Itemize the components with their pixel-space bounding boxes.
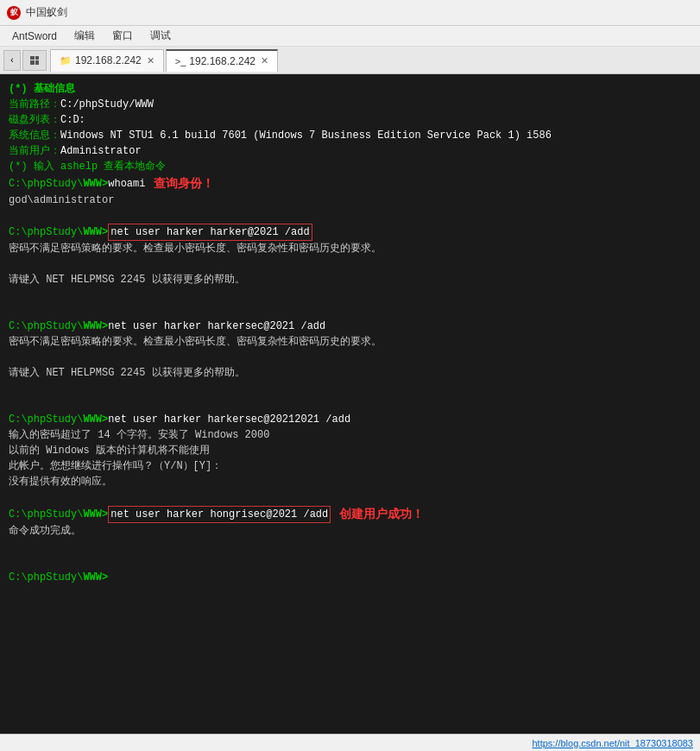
terminal-line [9,208,691,224]
terminal-line: 没有提供有效的响应。 [9,474,691,489]
terminal-line [9,539,691,554]
terminal-line [9,287,691,303]
terminal-line: C:\phpStudy\WWW> net user harker harkers… [9,412,691,427]
terminal-output[interactable]: (*) 基础信息当前路径：C:/phpStudy/WWW磁盘列表：C:D:系统信… [0,74,700,734]
title-bar: 蚁 中国蚁剑 [0,0,700,26]
tab-file-manager[interactable]: 📁 192.168.2.242 ✕ [50,49,164,72]
terminal-line: 系统信息：Windows NT STU1 6.1 build 7601 (Win… [9,128,691,143]
terminal-line [9,256,691,272]
terminal-line: C:\phpStudy\WWW> [9,570,691,585]
terminal-line: 当前用户：Administrator [9,143,691,159]
terminal-line: C:\phpStudy\WWW> whoami查询身份！ [9,174,691,192]
terminal-line: 密码不满足密码策略的要求。检查最小密码长度、密码复杂性和密码历史的要求。 [9,334,691,350]
terminal-line [9,350,691,365]
tab-terminal-close[interactable]: ✕ [261,55,268,66]
terminal-line [9,381,691,396]
tab-bar: ‹ 📁 192.168.2.242 ✕ >_ 192.168.2.242 ✕ [0,47,700,74]
terminal-line: C:\phpStudy\WWW> net user harker harkers… [9,319,691,334]
terminal-line [9,554,691,570]
terminal-line: 此帐户。您想继续进行操作吗？（Y/N）[Y]： [9,458,691,474]
tab-terminal[interactable]: >_ 192.168.2.242 ✕ [166,49,278,72]
terminal-icon: >_ [175,56,186,66]
tab-grid-button[interactable] [22,50,47,71]
terminal-line: 输入的密码超过了 14 个字符。安装了 Windows 2000 [9,427,691,443]
terminal-line: C:\phpStudy\WWW> net user harker harker@… [9,224,691,241]
terminal-line: 请键入 NET HELPMSG 2245 以获得更多的帮助。 [9,272,691,287]
terminal-line: 请键入 NET HELPMSG 2245 以获得更多的帮助。 [9,365,691,381]
terminal-line [9,396,691,412]
menu-antsword[interactable]: AntSword [3,28,66,44]
app-title: 中国蚁剑 [26,5,67,20]
app-icon: 蚁 [7,6,21,20]
terminal-line: 当前路径：C:/phpStudy/WWW [9,97,691,112]
menu-bar: AntSword 编辑 窗口 调试 [0,26,700,47]
menu-edit[interactable]: 编辑 [66,27,104,45]
terminal-line: 密码不满足密码策略的要求。检查最小密码长度、密码复杂性和密码历史的要求。 [9,241,691,256]
terminal-line: C:\phpStudy\WWW> net user harker hongris… [9,505,691,523]
tab-file-manager-label: 192.168.2.242 [75,54,142,66]
folder-icon: 📁 [60,55,72,66]
terminal-line: 以前的 Windows 版本的计算机将不能使用 [9,443,691,458]
status-bar: https://blog.csdn.net/nit_18730318083 [0,734,700,751]
terminal-line: god\administrator [9,192,691,208]
grid-icon [30,56,39,65]
terminal-line: (*) 输入 ashelp 查看本地命令 [9,159,691,174]
menu-debug[interactable]: 调试 [142,27,180,45]
tab-file-manager-close[interactable]: ✕ [147,55,155,66]
terminal-line: 命令成功完成。 [9,523,691,539]
tab-prev-button[interactable]: ‹ [3,50,21,71]
status-link[interactable]: https://blog.csdn.net/nit_18730318083 [532,738,693,748]
terminal-line [9,303,691,319]
terminal-line: 磁盘列表：C:D: [9,112,691,128]
terminal-line [9,489,691,505]
tab-terminal-label: 192.168.2.242 [189,55,255,67]
terminal-line: (*) 基础信息 [9,81,691,97]
menu-window[interactable]: 窗口 [104,27,142,45]
